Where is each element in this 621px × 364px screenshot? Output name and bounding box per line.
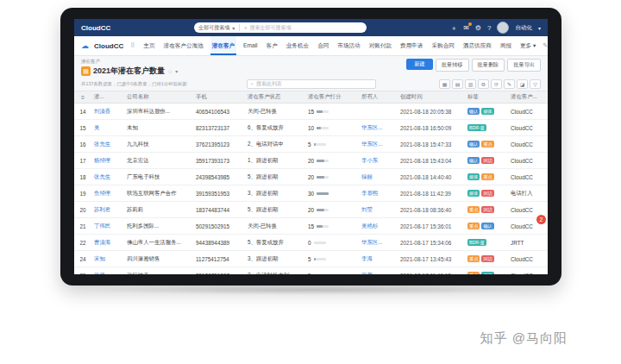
nav-tab[interactable]: 对账付款	[367, 36, 393, 55]
table-row[interactable]: 17杨经理北京宏达359173931731、跟进初期20李小东2021-08-1…	[74, 153, 548, 169]
nav-tab[interactable]: 市场活动	[336, 36, 361, 55]
lead-name-link[interactable]: 杨经理	[94, 157, 110, 163]
star-icon[interactable]: ☆	[167, 68, 172, 75]
notification-badge[interactable]: 2	[536, 215, 546, 224]
tag-pill[interactable]: 确认	[467, 108, 480, 115]
nav-tab[interactable]: 潜在客户公海池	[162, 36, 205, 55]
owner-link[interactable]: 华东区...	[361, 239, 383, 245]
view-table-icon[interactable]: ▦	[439, 79, 450, 89]
new-button[interactable]: 新建	[406, 59, 432, 70]
nav-tab[interactable]: 主页	[141, 36, 156, 55]
lead-name-link[interactable]: 丁伟民	[94, 223, 110, 229]
tag-pill[interactable]: 重点	[481, 173, 493, 180]
column-header[interactable]: 潜在客户...	[508, 93, 548, 101]
nav-tab[interactable]: Email	[242, 36, 260, 55]
owner-link[interactable]: 邵馨	[361, 272, 373, 275]
tag-pill[interactable]: 回访	[481, 206, 493, 213]
nav-tab[interactable]: 客户	[265, 36, 279, 55]
owner-link[interactable]: 刘莹	[361, 206, 373, 212]
tag-pill[interactable]: 重点	[467, 272, 480, 274]
tag-pill[interactable]: 媒体	[467, 190, 480, 197]
column-header[interactable]: 创建时间	[398, 93, 465, 101]
lead-name-link[interactable]: 刘清香	[94, 108, 110, 114]
owner-link[interactable]: 李海	[361, 255, 373, 261]
table-row[interactable]: 19鱼经理联迅互联网客户合作391593519533、跟进初期30李慕熙2021…	[74, 185, 548, 202]
tag-pill[interactable]: BDR-蓝	[467, 239, 486, 246]
lead-name-link[interactable]: 曹清海	[94, 239, 110, 245]
table-row[interactable]: 16张先生九九科技376213951232、电话对话中5华东区...2021-0…	[74, 136, 548, 153]
chevron-down-icon[interactable]: ▾	[538, 25, 541, 31]
tag-pill[interactable]: 确认	[467, 157, 480, 164]
gear-icon[interactable]: ⚙	[475, 24, 481, 32]
chevron-down-icon[interactable]: ▾	[175, 68, 178, 74]
lead-name-link[interactable]: 鱼经理	[94, 190, 110, 196]
lead-name-link[interactable]: 苏利君	[94, 206, 110, 212]
nav-tab[interactable]: 周报	[499, 36, 513, 55]
view-list-icon[interactable]: ▤	[452, 79, 463, 89]
table-row[interactable]: 22曹清海佛山市人一生活服务...944389443895、答复或放弃0华东区.…	[74, 235, 548, 251]
list-search-input[interactable]: ⌕ 搜索此列表	[247, 79, 376, 89]
owner-link[interactable]: 吴艳杉	[361, 223, 378, 229]
column-header[interactable]: ≡	[74, 94, 91, 100]
global-search[interactable]: 全部可搜索项 ▾ ⌕ 搜索全部可搜索项	[194, 22, 367, 33]
column-header[interactable]: 手机	[193, 93, 245, 101]
secondary-button[interactable]: 批量转移	[436, 59, 469, 72]
lead-name-link[interactable]: 张先生	[94, 141, 110, 147]
lead-name-link[interactable]: 宋知	[94, 255, 105, 261]
tag-pill[interactable]: 重点	[467, 223, 480, 229]
tag-pill[interactable]: 媒体	[481, 108, 493, 115]
secondary-button[interactable]: 批量删除	[472, 59, 505, 72]
owner-link[interactable]: 华东区...	[361, 141, 383, 147]
nav-tab[interactable]: 更多 ▾	[518, 36, 537, 55]
column-header[interactable]: 潜在客户打分	[305, 93, 359, 101]
table-row[interactable]: 18张先生广东电子科技243985439855、跟进初期20徐丽2021-08-…	[74, 169, 548, 185]
column-header[interactable]: 所有人	[359, 93, 398, 101]
owner-link[interactable]: 华东区...	[361, 124, 383, 130]
secondary-button[interactable]: 批量导出	[507, 59, 541, 72]
user-name[interactable]: 自动化	[515, 24, 532, 32]
avatar[interactable]	[497, 22, 509, 34]
app-launcher-icon[interactable]: ⠿	[130, 42, 135, 49]
tag-pill[interactable]: 确认	[481, 223, 493, 229]
settings-icon[interactable]: ⚙	[478, 79, 489, 89]
table-row[interactable]: 15吴未知823137231376、答复或放弃10华东区...2021-08-1…	[74, 120, 548, 136]
nav-tab[interactable]: 合同	[316, 36, 330, 55]
table-row[interactable]: 20苏利君苏莉莉183744837445、跟进初期20刘莹2021-08-18 …	[74, 202, 548, 218]
breadcrumb[interactable]: 潜在客户	[81, 59, 178, 65]
nav-tab[interactable]: 酒店供应商	[461, 36, 493, 55]
chart-icon[interactable]: ◪	[517, 79, 528, 89]
edit-nav-icon[interactable]: ✎	[543, 42, 548, 49]
lead-name-link[interactable]: 张雅	[94, 272, 105, 275]
table-row[interactable]: 24宋知四川瀑雅销售112754127543、跟进初期5李海2021-08-17…	[74, 251, 548, 267]
nav-tab[interactable]: 费用申请	[398, 36, 424, 55]
view-kanban-icon[interactable]: ▥	[465, 79, 476, 89]
column-header[interactable]: 潜在客户状态	[245, 93, 305, 101]
table-row[interactable]: 21丁伟民托利多国际...50291502915关闭-已转换15吴艳杉2021-…	[74, 218, 548, 235]
message-icon[interactable]: ✉	[463, 24, 469, 32]
column-header[interactable]: 标签	[465, 93, 508, 101]
table-row[interactable]: 14刘清香深圳市科达股份...40654106543关闭-已转换152021-0…	[74, 104, 548, 120]
refresh-icon[interactable]: ⟳	[491, 79, 502, 89]
lead-name-link[interactable]: 张先生	[94, 173, 110, 179]
owner-link[interactable]: 徐丽	[361, 173, 373, 179]
tag-pill[interactable]: 重点	[467, 255, 480, 262]
nav-tab[interactable]: 采购合同	[430, 36, 455, 55]
column-header[interactable]: 潜...	[91, 93, 124, 101]
filter-icon[interactable]: ▽	[530, 79, 541, 89]
tag-pill[interactable]: 重点	[481, 141, 493, 147]
lead-name-link[interactable]: 吴	[94, 124, 99, 130]
owner-link[interactable]: 李慕熙	[361, 190, 378, 196]
tag-pill[interactable]: BDR-蓝	[467, 124, 486, 131]
edit-icon[interactable]: ✎	[504, 79, 515, 89]
tag-pill[interactable]: 确认	[467, 141, 480, 147]
tag-pill[interactable]: 回访	[481, 190, 493, 197]
help-icon[interactable]: ?	[487, 24, 491, 32]
tag-pill[interactable]: 回访	[481, 157, 493, 164]
nav-tab[interactable]: 业务机会	[285, 36, 310, 55]
tag-pill[interactable]: 回访	[481, 255, 493, 262]
tag-pill[interactable]: 媒体	[467, 173, 480, 180]
column-header[interactable]: 公司名称	[124, 93, 193, 101]
table-row[interactable]: 25张雅远征地产891307913072、电话时机未到5邵馨2021-08-17…	[74, 267, 548, 274]
nav-tab[interactable]: 潜在客户	[210, 36, 236, 55]
tag-pill[interactable]: 重点	[467, 206, 480, 213]
